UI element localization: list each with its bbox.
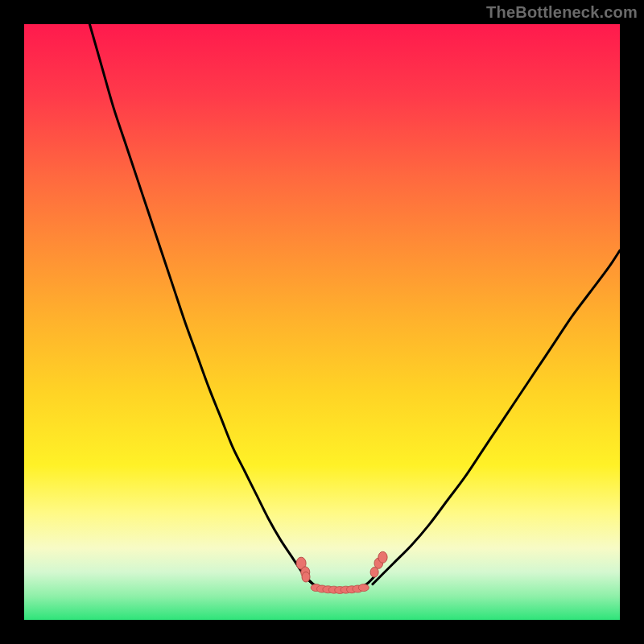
marker-right-2 bbox=[378, 551, 387, 563]
marker-left-2 bbox=[302, 572, 310, 582]
plot-area bbox=[24, 24, 620, 620]
curve-right-branch bbox=[373, 250, 620, 584]
marker-floor-8 bbox=[358, 584, 369, 592]
watermark-text: TheBottleneck.com bbox=[486, 3, 638, 22]
chart-svg bbox=[24, 24, 620, 620]
curve-left-branch bbox=[89, 24, 313, 584]
chart-stage: TheBottleneck.com bbox=[0, 0, 644, 644]
